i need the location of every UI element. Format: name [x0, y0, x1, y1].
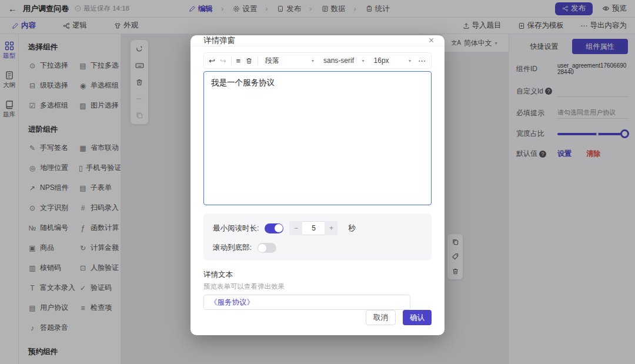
- paragraph-style-value: 段落: [265, 56, 279, 66]
- clear-content-trash-icon[interactable]: [245, 57, 253, 65]
- popup-settings-box: 最小阅读时长: − + 秒 滚动到底部:: [203, 213, 432, 261]
- font-size-value: 16px: [374, 56, 389, 65]
- redo-icon: ↪: [220, 56, 226, 65]
- scroll-bottom-row: 滚动到底部:: [213, 243, 422, 253]
- min-read-toggle[interactable]: [265, 223, 283, 233]
- minus-button[interactable]: −: [289, 221, 302, 235]
- scroll-bottom-toggle[interactable]: [258, 243, 276, 253]
- chevron-down-icon: ▾: [312, 58, 314, 64]
- chevron-down-icon: ▾: [362, 58, 365, 64]
- min-read-row: 最小阅读时长: − + 秒: [213, 221, 422, 235]
- modal-title: 详情弹窗: [203, 35, 235, 46]
- formats-icon[interactable]: ≡: [236, 56, 241, 65]
- font-size-select[interactable]: 16px ▾: [372, 56, 413, 65]
- font-family-value: sans-serif: [323, 56, 354, 65]
- toolbar-divider: [231, 56, 232, 65]
- detail-text-input[interactable]: [203, 295, 410, 310]
- cancel-button[interactable]: 取消: [366, 310, 396, 325]
- rich-text-editor[interactable]: 我是一个服务协议: [203, 71, 432, 205]
- detail-text-hint: 预览表单可以查看弹出效果: [203, 282, 432, 291]
- scroll-bottom-label: 滚动到底部:: [213, 243, 252, 253]
- min-read-stepper: − +: [289, 221, 337, 235]
- toggle-knob: [275, 224, 283, 232]
- modal-footer: 取消 确认: [190, 310, 444, 336]
- min-read-label: 最小阅读时长:: [213, 223, 259, 233]
- more-tools-icon[interactable]: ⋯: [418, 56, 426, 65]
- detail-text-label: 详情文本: [203, 270, 432, 280]
- confirm-button[interactable]: 确认: [403, 310, 432, 325]
- editor-toolbar: ↩ ↪ ≡ 段落 ▾ sans-serif ▾ 16px ▾: [203, 52, 432, 69]
- paragraph-style-select[interactable]: 段落 ▾: [263, 56, 316, 66]
- modal-body: ↩ ↪ ≡ 段落 ▾ sans-serif ▾ 16px ▾: [190, 46, 444, 310]
- font-family-select[interactable]: sans-serif ▾: [321, 56, 367, 65]
- min-read-value-input[interactable]: [302, 221, 325, 235]
- modal-header: 详情弹窗 ×: [190, 35, 444, 46]
- app-window: ← 用户调查问卷 最近保存 14:18 编辑 设置 发布 数据: [0, 0, 635, 364]
- toggle-knob: [258, 244, 266, 252]
- chevron-down-icon: ▾: [409, 58, 411, 64]
- detail-popup-modal: 详情弹窗 × ↩ ↪ ≡ 段落 ▾ sans-serif ▾: [190, 35, 444, 335]
- toolbar-divider: [258, 56, 258, 65]
- seconds-unit-label: 秒: [348, 223, 356, 233]
- close-icon[interactable]: ×: [429, 36, 434, 45]
- plus-button[interactable]: +: [325, 221, 337, 235]
- undo-icon[interactable]: ↩: [209, 56, 215, 65]
